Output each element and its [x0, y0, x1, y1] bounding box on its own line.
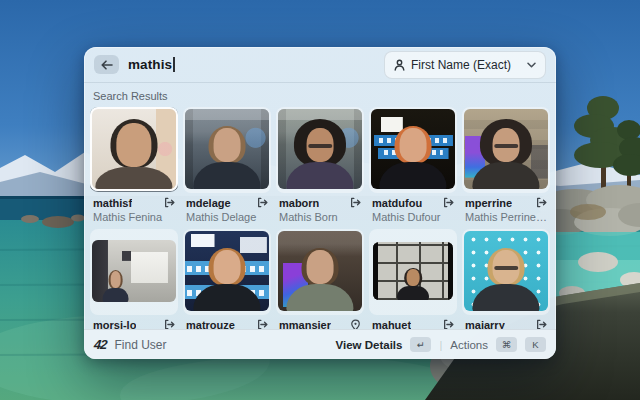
search-mode-label: First Name (Exact) — [411, 58, 511, 72]
logout-icon — [257, 197, 268, 208]
results-area: Search Results mathisf — [84, 83, 556, 329]
person-silhouette — [278, 231, 362, 311]
chevron-down-icon — [527, 62, 536, 68]
footer-bar: 42 Find User View Details ↵ | Actions ⌘ … — [84, 329, 556, 359]
user-photo — [183, 107, 271, 193]
result-tile[interactable]: mmansier — [276, 229, 364, 329]
result-tile[interactable]: matdufou Mathis Dufour — [369, 107, 457, 224]
user-photo — [183, 229, 271, 315]
footer-separator: | — [439, 339, 442, 351]
person-silhouette — [464, 109, 548, 189]
user-photo — [462, 229, 550, 315]
back-button[interactable] — [94, 55, 119, 74]
person-silhouette — [185, 231, 269, 311]
username-label: matrouze — [186, 319, 235, 330]
k-key-badge: K — [525, 337, 546, 352]
status-icon — [443, 197, 454, 208]
enter-key-badge: ↵ — [410, 337, 431, 352]
person-silhouette — [371, 109, 455, 189]
glasses — [494, 144, 518, 148]
result-tile[interactable]: morsi-lo — [90, 229, 178, 329]
logout-icon — [164, 197, 175, 208]
result-tile[interactable]: mdelage Mathis Delage — [183, 107, 271, 224]
username-label: matdufou — [372, 197, 422, 209]
location-pin-icon — [350, 319, 361, 330]
text-caret — [173, 57, 175, 72]
user-photo — [276, 229, 364, 315]
desktop: mathis First Name (Exact) Search Results — [0, 0, 640, 400]
logout-icon — [350, 197, 361, 208]
fullname-label: Mathis Dufour — [372, 211, 454, 224]
fullname-label: Mathis Perrinet--… — [465, 211, 547, 224]
user-photo — [90, 229, 178, 315]
username-label: mdelage — [186, 197, 231, 209]
status-icon — [257, 197, 268, 208]
glasses — [308, 144, 332, 148]
person-icon — [394, 59, 405, 71]
search-input[interactable]: mathis — [128, 57, 172, 72]
fullname-label: Mathis Born — [279, 211, 361, 224]
result-tile[interactable]: matrouze — [183, 229, 271, 329]
search-header: mathis First Name (Exact) — [84, 47, 556, 83]
username-label: mmansier — [279, 319, 331, 330]
user-photo — [462, 107, 550, 193]
username-label: maborn — [279, 197, 319, 209]
status-icon — [536, 197, 547, 208]
result-tile[interactable]: mahuet — [369, 229, 457, 329]
status-icon — [164, 197, 175, 208]
results-grid: mathisf Mathis Fenina — [90, 107, 550, 329]
status-icon — [350, 319, 361, 330]
find-user-window: mathis First Name (Exact) Search Results — [84, 47, 556, 359]
logout-icon — [443, 197, 454, 208]
42-logo-icon: 42 — [93, 337, 107, 352]
user-photo — [90, 107, 178, 193]
username-label: mahuet — [372, 319, 411, 330]
result-tile[interactable]: majarry — [462, 229, 550, 329]
status-icon — [536, 319, 547, 329]
status-icon — [257, 319, 268, 329]
section-label: Search Results — [93, 90, 550, 102]
view-details-button[interactable]: View Details — [336, 339, 403, 351]
actions-button[interactable]: Actions — [450, 339, 488, 351]
logout-icon — [536, 197, 547, 208]
person-silhouette — [185, 109, 269, 189]
search-mode-dropdown[interactable]: First Name (Exact) — [384, 51, 546, 79]
username-label: mperrine — [465, 197, 512, 209]
cmd-key-badge: ⌘ — [496, 337, 517, 352]
person-silhouette — [278, 109, 362, 189]
status-icon — [350, 197, 361, 208]
logout-icon — [536, 319, 547, 329]
username-label: morsi-lo — [93, 319, 136, 330]
fullname-label: Mathis Fenina — [93, 211, 175, 224]
glasses — [494, 266, 518, 270]
fullname-label: Mathis Delage — [186, 211, 268, 224]
person-silhouette — [92, 109, 176, 189]
result-tile[interactable]: maborn Mathis Born — [276, 107, 364, 224]
result-tile[interactable]: mperrine Mathis Perrinet--… — [462, 107, 550, 224]
logout-icon — [257, 319, 268, 329]
user-photo — [276, 107, 364, 193]
result-tile[interactable]: mathisf Mathis Fenina — [90, 107, 178, 224]
username-label: majarry — [465, 319, 505, 330]
person-silhouette — [393, 259, 433, 300]
logout-icon — [164, 319, 175, 329]
logout-icon — [443, 319, 454, 329]
arrow-left-icon — [101, 60, 113, 70]
username-label: mathisf — [93, 197, 132, 209]
status-icon — [164, 319, 175, 329]
person-silhouette — [99, 261, 133, 302]
person-silhouette — [464, 231, 548, 311]
app-name: Find User — [114, 338, 166, 352]
user-photo — [369, 107, 457, 193]
status-icon — [443, 319, 454, 329]
user-photo — [369, 229, 457, 315]
